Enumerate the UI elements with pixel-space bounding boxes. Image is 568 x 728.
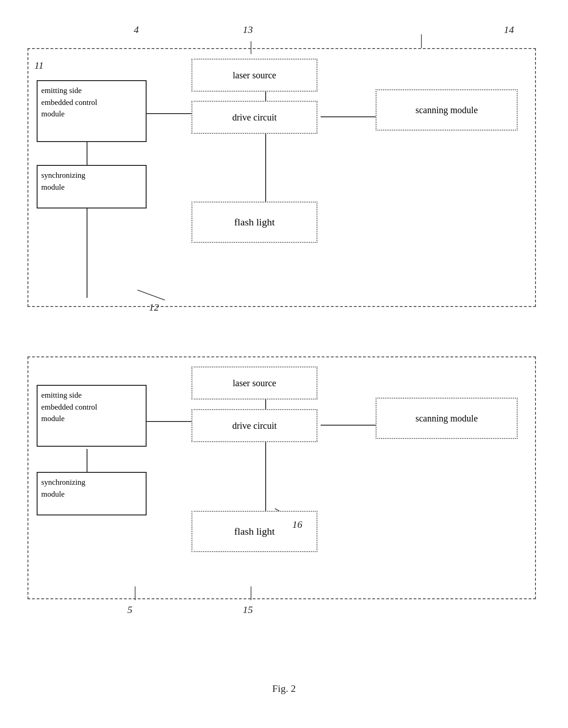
top-emitting-control-label: emitting side embedded control module <box>41 85 97 120</box>
bottom-flash-light-box: flash light <box>191 511 317 552</box>
label-13: 13 <box>243 24 253 36</box>
bottom-scanning-module-label: scanning module <box>415 413 478 424</box>
top-flash-light-label: flash light <box>234 216 275 228</box>
bottom-flash-light-label: flash light <box>234 525 275 537</box>
figure-label: Fig. 2 <box>243 683 325 695</box>
top-emitting-control-box: emitting side embedded control module <box>37 80 147 142</box>
bottom-emitting-control-label: emitting side embedded control module <box>41 389 97 425</box>
label-4: 4 <box>134 24 139 36</box>
label-11: 11 <box>34 60 44 71</box>
top-drive-circuit-label: drive circuit <box>232 112 277 123</box>
top-synchronizing-box: synchronizing module <box>37 165 147 208</box>
label-14: 14 <box>504 24 514 36</box>
bottom-drive-circuit-label: drive circuit <box>232 421 277 431</box>
bottom-scanning-module-box: scanning module <box>376 398 518 439</box>
label-15: 15 <box>243 604 253 616</box>
bottom-synchronizing-label: synchronizing module <box>41 476 85 500</box>
bottom-drive-circuit-box: drive circuit <box>191 409 317 442</box>
label-16: 16 <box>292 519 302 531</box>
top-laser-source-label: laser source <box>233 70 276 81</box>
top-scanning-module-box: scanning module <box>376 89 518 131</box>
top-drive-circuit-box: drive circuit <box>191 101 317 134</box>
label-5: 5 <box>127 604 132 616</box>
bottom-synchronizing-box: synchronizing module <box>37 472 147 515</box>
top-synchronizing-label: synchronizing module <box>41 170 85 193</box>
top-flash-light-box: flash light <box>191 202 317 243</box>
label-12: 12 <box>149 301 159 313</box>
top-laser-source-box: laser source <box>191 59 317 92</box>
page: 4 13 14 11 emitting side embedded contro… <box>0 0 568 728</box>
bottom-laser-source-label: laser source <box>233 378 276 389</box>
top-scanning-module-label: scanning module <box>415 105 478 115</box>
bottom-emitting-control-box: emitting side embedded control module <box>37 385 147 447</box>
bottom-laser-source-box: laser source <box>191 367 317 400</box>
